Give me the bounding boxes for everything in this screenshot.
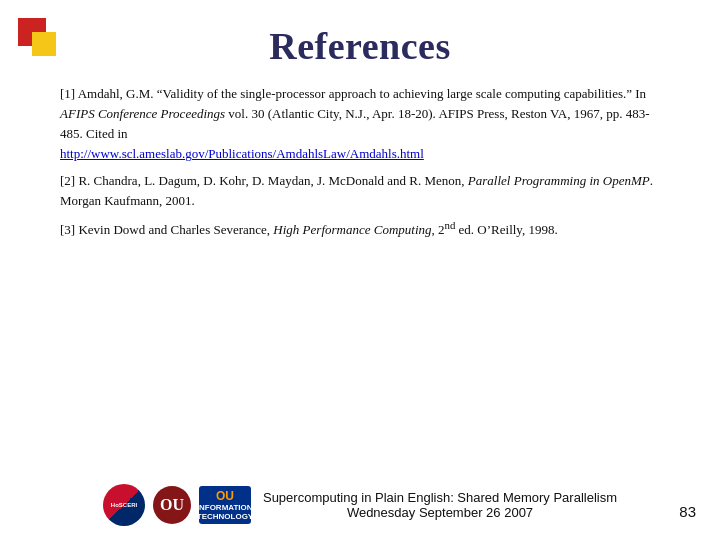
page-number: 83 [679,503,696,520]
page-title: References [0,0,720,68]
ref2-italic: Parallel Programming in OpenMP [468,173,650,188]
footer-text: Supercomputing in Plain English: Shared … [263,490,617,520]
ref1-id: [1] [60,86,75,101]
ref2-id: [2] [60,173,75,188]
footer-logos: HoSCERI OU OU INFORMATIONTECHNOLOGY [103,484,251,526]
reference-1: [1] Amdahl, G.M. “Validity of the single… [60,84,660,165]
ref3-text-mid: , 2nd ed. O’Reilly, 1998. [432,222,558,237]
hosceri-logo: HoSCERI [103,484,145,526]
ou-logo: OU [153,486,191,524]
ref3-text-before: Kevin Dowd and Charles Severance, [78,222,273,237]
yellow-square [32,32,56,56]
reference-3: [3] Kevin Dowd and Charles Severance, Hi… [60,217,660,240]
ref2-text-before: R. Chandra, L. Dagum, D. Kohr, D. Maydan… [78,173,467,188]
corner-decoration [18,18,66,66]
ref1-italic: AFIPS Conference Proceedings [60,106,225,121]
footer-line1: Supercomputing in Plain English: Shared … [263,490,617,505]
reference-2: [2] R. Chandra, L. Dagum, D. Kohr, D. Ma… [60,171,660,211]
ref1-text-before: Amdahl, G.M. “Validity of the single-pro… [78,86,646,101]
ref3-id: [3] [60,222,75,237]
ref3-superscript: nd [445,219,456,231]
ref1-link[interactable]: http://www.scl.ameslab.gov/Publications/… [60,146,424,161]
references-content: [1] Amdahl, G.M. “Validity of the single… [0,84,720,240]
ref3-italic: High Performance Computing [273,222,431,237]
footer-line2: Wednesday September 26 2007 [263,505,617,520]
footer: HoSCERI OU OU INFORMATIONTECHNOLOGY Supe… [0,484,720,526]
it-logo: OU INFORMATIONTECHNOLOGY [199,486,251,524]
